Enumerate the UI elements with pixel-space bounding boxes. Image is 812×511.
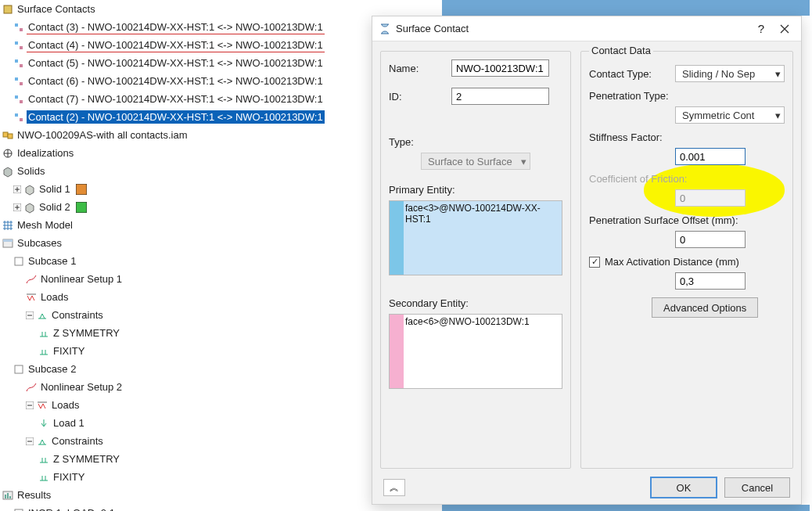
increment-icon (13, 507, 25, 512)
tree-label: Subcase 1 (27, 254, 77, 268)
constraint-icon (38, 471, 50, 484)
tree-label: Z SYMMETRY (52, 326, 121, 340)
dialog-title: Surface Contact (396, 23, 749, 34)
secondary-entity-item[interactable]: face<6>@NWO-100213DW:1 (405, 316, 530, 327)
tree-label: Subcase 2 (27, 362, 77, 376)
close-button[interactable] (773, 20, 796, 38)
tree-label: Load 1 (52, 416, 86, 430)
dialog-right-panel: Contact Data Contact Type: Sliding / No … (580, 51, 793, 469)
tree-label: Nonlinear Setup 2 (39, 380, 124, 394)
chevron-down-icon: ▾ (775, 110, 781, 121)
tree-label: Contact (4) - NWO-100214DW-XX-HST:1 <-> … (27, 38, 325, 52)
svg-rect-1 (3, 132, 8, 137)
contact-icon (13, 57, 25, 70)
surface-contact-dialog: Surface Contact ? Name: ID: Type: Surfac… (372, 16, 802, 505)
svg-rect-12 (15, 365, 23, 373)
tree-label: Subcases (16, 236, 63, 250)
constraint-icon (38, 327, 50, 340)
contact-icon (13, 21, 25, 34)
tree-label: INCR 1, LOAD=0.1 (27, 506, 117, 511)
help-button[interactable]: ? (749, 20, 773, 38)
contact-group-icon (2, 3, 14, 16)
solid-icon (23, 183, 36, 196)
name-label: Name: (389, 63, 451, 74)
name-input[interactable] (451, 59, 549, 77)
checkbox-checked-icon: ✓ (589, 257, 600, 268)
tree-label: Contact (7) - NWO-100214DW-XX-HST:1 <-> … (27, 92, 325, 106)
max-activation-label: Max Activation Distance (mm) (605, 256, 739, 268)
type-combo-value: Surface to Surface (428, 156, 512, 167)
contact-icon (13, 39, 25, 52)
offset-input[interactable] (675, 231, 746, 248)
penetration-type-label: Penetration Type: (589, 90, 669, 102)
tree-label: Solids (16, 164, 46, 178)
cancel-button[interactable]: Cancel (724, 477, 790, 498)
type-label: Type: (389, 136, 562, 148)
advanced-options-button[interactable]: Advanced Options (652, 297, 758, 318)
penetration-type-combo[interactable]: Symmetric Cont ▾ (675, 106, 785, 124)
contact-icon (13, 93, 25, 106)
loads-icon (25, 291, 38, 304)
svg-rect-2 (8, 134, 13, 139)
parent-window-strip-bottom (442, 505, 810, 511)
color-swatch-orange-icon (75, 183, 88, 196)
tree-label: Solid 2 (38, 200, 72, 214)
collapse-dialog-button[interactable]: ︽ (383, 479, 405, 496)
dialog-body: Name: ID: Type: Surface to Surface ▾ Pri… (372, 41, 801, 470)
double-chevron-up-icon: ︽ (390, 481, 399, 495)
tree-label: Z SYMMETRY (52, 452, 121, 466)
ok-button[interactable]: OK (651, 477, 717, 498)
id-label: ID: (389, 91, 451, 103)
tree-label: NWO-100209AS-with all contacts.iam (16, 128, 189, 142)
max-activation-checkbox[interactable]: ✓ Max Activation Distance (mm) (589, 256, 739, 268)
contact-icon (13, 111, 25, 124)
results-icon (2, 489, 14, 502)
constraint-icon (38, 453, 50, 466)
tree-label: Loads (39, 290, 70, 304)
parent-window-strip (442, 0, 810, 16)
tree-label: Solid 1 (38, 182, 72, 196)
close-icon (780, 24, 789, 34)
collapse-icon[interactable] (25, 437, 34, 446)
dialog-titlebar[interactable]: Surface Contact ? (372, 16, 801, 41)
secondary-entity-label: Secondary Entity: (389, 297, 562, 309)
contact-type-value: Sliding / No Sep (682, 68, 755, 80)
tree-node-incr[interactable]: INCR 1, LOAD=0.1 (0, 504, 438, 511)
svg-rect-5 (76, 184, 87, 195)
stiffness-factor-input[interactable] (675, 148, 746, 165)
tree-label: Contact (6) - NWO-100214DW-XX-HST:1 <-> … (27, 74, 325, 88)
tree-label: Surface Contacts (16, 2, 97, 16)
app-hourglass-icon (379, 23, 391, 35)
contact-data-group-title: Contact Data (589, 45, 653, 56)
collapse-icon[interactable] (25, 311, 34, 320)
penetration-type-value: Symmetric Cont (682, 110, 754, 121)
secondary-entity-list[interactable]: face<6>@NWO-100213DW:1 (389, 314, 562, 389)
collapse-icon[interactable] (25, 401, 34, 410)
svg-rect-17 (7, 493, 9, 498)
primary-entity-list[interactable]: face<3>@NWO-100214DW-XX-HST:1 (389, 200, 562, 275)
subcase-icon (13, 255, 25, 268)
contact-type-combo[interactable]: Sliding / No Sep ▾ (675, 65, 785, 82)
expand-icon[interactable] (13, 185, 22, 194)
primary-entity-item[interactable]: face<3>@NWO-100214DW-XX-HST:1 (405, 203, 562, 225)
idealizations-icon (2, 147, 14, 160)
expand-icon[interactable] (13, 203, 22, 212)
tree-label: Idealizations (16, 146, 75, 160)
svg-rect-18 (9, 496, 11, 498)
color-swatch-green-icon (75, 201, 88, 214)
friction-input (675, 189, 746, 207)
tree-label: Constraints (50, 308, 105, 322)
offset-label: Penetration Surface Offset (mm): (589, 214, 738, 226)
stiffness-factor-label: Stiffness Factor: (589, 131, 663, 143)
dialog-left-panel: Name: ID: Type: Surface to Surface ▾ Pri… (380, 51, 571, 469)
tree-label: Contact (3) - NWO-100214DW-XX-HST:1 <-> … (27, 20, 325, 34)
nonlinear-icon (25, 273, 38, 286)
assembly-icon (2, 129, 14, 142)
tree-label: FIXITY (52, 470, 86, 484)
solids-icon (2, 165, 14, 178)
tree-label: Loads (50, 398, 81, 412)
id-input[interactable] (451, 88, 549, 105)
max-activation-input[interactable] (675, 272, 746, 290)
contact-type-label: Contact Type: (589, 68, 652, 80)
svg-rect-0 (4, 5, 12, 13)
